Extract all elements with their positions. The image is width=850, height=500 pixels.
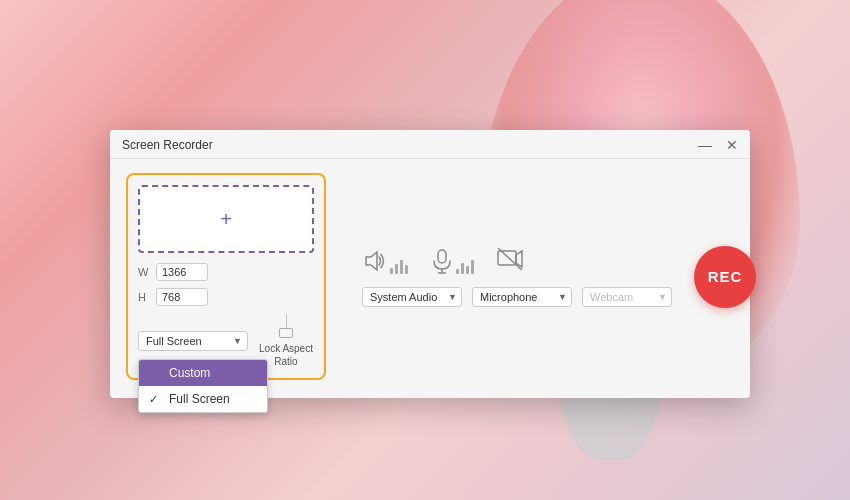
- width-row: W: [138, 263, 314, 281]
- bar-3: [400, 260, 403, 274]
- width-label: W: [138, 266, 150, 278]
- window-title: Screen Recorder: [122, 138, 213, 152]
- mic-icon-group: [430, 248, 474, 274]
- titlebar: Screen Recorder — ✕: [110, 130, 750, 159]
- media-controls: System Audio ▼ Microphone ▼ Webcam: [362, 246, 672, 307]
- mic-level-bars: [456, 254, 474, 274]
- webcam-icon-wrap: [496, 246, 524, 275]
- minimize-icon: —: [698, 138, 712, 152]
- bar-3: [466, 266, 469, 274]
- bar-2: [395, 264, 398, 274]
- lock-body: [279, 328, 293, 338]
- dimension-fields: W H: [138, 261, 314, 306]
- screen-mode-select[interactable]: Custom Full Screen: [138, 331, 248, 351]
- rec-label: REC: [708, 268, 743, 285]
- microphone-group: [430, 248, 474, 274]
- height-label: H: [138, 291, 150, 303]
- close-icon: ✕: [726, 138, 738, 152]
- webcam-select-wrap: Webcam ▼: [582, 287, 672, 307]
- window-body: + W H Custom Full Screen: [110, 159, 750, 398]
- window-controls: — ✕: [698, 138, 738, 152]
- lock-icon: [279, 314, 293, 338]
- microphone-select-wrap: Microphone ▼: [472, 287, 572, 307]
- bar-2: [461, 263, 464, 274]
- audio-level-bars: [390, 254, 408, 274]
- bar-4: [405, 265, 408, 274]
- dropdown-menu: Custom ✓ Full Screen: [138, 359, 268, 413]
- custom-label: Custom: [169, 366, 210, 380]
- svg-marker-0: [366, 252, 377, 270]
- add-region-icon: +: [220, 208, 232, 231]
- bar-1: [390, 268, 393, 274]
- bar-1: [456, 269, 459, 274]
- svg-rect-1: [438, 250, 446, 263]
- system-audio-select-wrap: System Audio ▼: [362, 287, 462, 307]
- media-selects-row: System Audio ▼ Microphone ▼ Webcam: [362, 287, 672, 307]
- speaker-icon: [362, 248, 388, 274]
- width-input[interactable]: [156, 263, 208, 281]
- microphone-select[interactable]: Microphone: [472, 287, 572, 307]
- webcam-group: [496, 246, 524, 275]
- height-row: H: [138, 288, 314, 306]
- bar-4: [471, 260, 474, 274]
- system-audio-icon-group: [362, 248, 408, 274]
- fullscreen-label: Full Screen: [169, 392, 230, 406]
- rec-button[interactable]: REC: [694, 246, 756, 308]
- screen-preview-box[interactable]: +: [138, 185, 314, 253]
- minimize-button[interactable]: —: [698, 138, 712, 152]
- webcam-icon: [496, 246, 524, 272]
- dropdown-item-custom[interactable]: Custom: [139, 360, 267, 386]
- webcam-select[interactable]: Webcam: [582, 287, 672, 307]
- screen-recorder-window: Screen Recorder — ✕ + W: [110, 130, 750, 398]
- system-audio-group: [362, 248, 408, 274]
- lock-line-top: [286, 314, 287, 328]
- close-button[interactable]: ✕: [726, 138, 738, 152]
- system-audio-select[interactable]: System Audio: [362, 287, 462, 307]
- screen-mode-dropdown-row: Custom Full Screen ▼ Custom ✓ Full Scree…: [138, 331, 248, 351]
- dropdown-item-fullscreen[interactable]: ✓ Full Screen: [139, 386, 267, 412]
- microphone-icon: [430, 248, 454, 274]
- screen-capture-section: + W H Custom Full Screen: [126, 173, 326, 380]
- height-input[interactable]: [156, 288, 208, 306]
- media-icons-row: [362, 246, 672, 275]
- check-icon: ✓: [149, 393, 163, 406]
